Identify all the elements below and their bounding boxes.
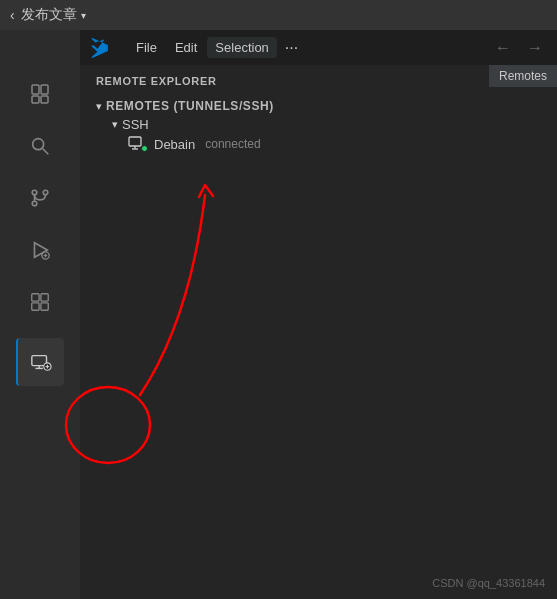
watermark: CSDN @qq_43361844 (432, 577, 545, 589)
menu-file[interactable]: File (128, 37, 165, 58)
sidebar-remote-explorer[interactable] (16, 338, 64, 386)
sidebar-search[interactable] (16, 122, 64, 170)
svg-rect-14 (32, 294, 39, 301)
activity-bar (0, 30, 80, 599)
forward-arrow[interactable]: → (521, 37, 549, 59)
svg-point-6 (32, 190, 37, 195)
menu-more[interactable]: ··· (279, 36, 304, 60)
menu-selection[interactable]: Selection (207, 37, 276, 58)
svg-rect-16 (32, 303, 39, 310)
svg-rect-0 (32, 85, 39, 94)
back-chevron[interactable]: ‹ (10, 7, 15, 23)
sidebar-files[interactable] (16, 70, 64, 118)
section-label: REMOTES (TUNNELS/SSH) (106, 99, 274, 113)
svg-rect-2 (32, 96, 39, 103)
tree-host-item[interactable]: Debain connected (80, 134, 557, 154)
panel-header: REMOTE EXPLORER (80, 65, 233, 93)
section-arrow: ▾ (96, 100, 102, 113)
host-name: Debain (154, 137, 195, 152)
svg-rect-3 (41, 96, 48, 103)
back-arrow[interactable]: ← (489, 37, 517, 59)
connected-dot (141, 145, 148, 152)
vscode-logo (80, 30, 120, 65)
menu-bar: File Edit Selection ··· ← → (120, 30, 557, 65)
svg-point-4 (33, 139, 44, 150)
connection-status-icon (128, 136, 148, 152)
svg-rect-17 (41, 303, 48, 310)
svg-line-5 (43, 149, 49, 155)
svg-point-7 (43, 190, 48, 195)
remotes-button[interactable]: Remotes (489, 65, 557, 87)
nav-arrows: ← → (489, 37, 549, 59)
connected-label: connected (205, 137, 260, 151)
sidebar-run-debug[interactable] (16, 226, 64, 274)
tree-section: ▾ REMOTES (TUNNELS/SSH) ▾ SSH Debain con… (80, 93, 557, 158)
ssh-label: SSH (122, 117, 149, 132)
svg-point-8 (32, 201, 37, 206)
main-panel: REMOTE EXPLORER Remotes ▾ REMOTES (TUNNE… (80, 65, 557, 599)
menu-edit[interactable]: Edit (167, 37, 205, 58)
title-dropdown-icon[interactable]: ▾ (81, 10, 86, 21)
tree-remotes-section[interactable]: ▾ REMOTES (TUNNELS/SSH) (80, 97, 557, 115)
title-bar: ‹ 发布文章 ▾ (0, 0, 557, 30)
sidebar-source-control[interactable] (16, 174, 64, 222)
svg-rect-15 (41, 294, 48, 301)
tree-ssh-group[interactable]: ▾ SSH (80, 115, 557, 134)
ssh-arrow: ▾ (112, 118, 118, 131)
title-bar-text: 发布文章 (21, 6, 77, 24)
svg-rect-1 (41, 85, 48, 94)
svg-rect-24 (129, 137, 141, 146)
sidebar-extensions[interactable] (16, 278, 64, 326)
